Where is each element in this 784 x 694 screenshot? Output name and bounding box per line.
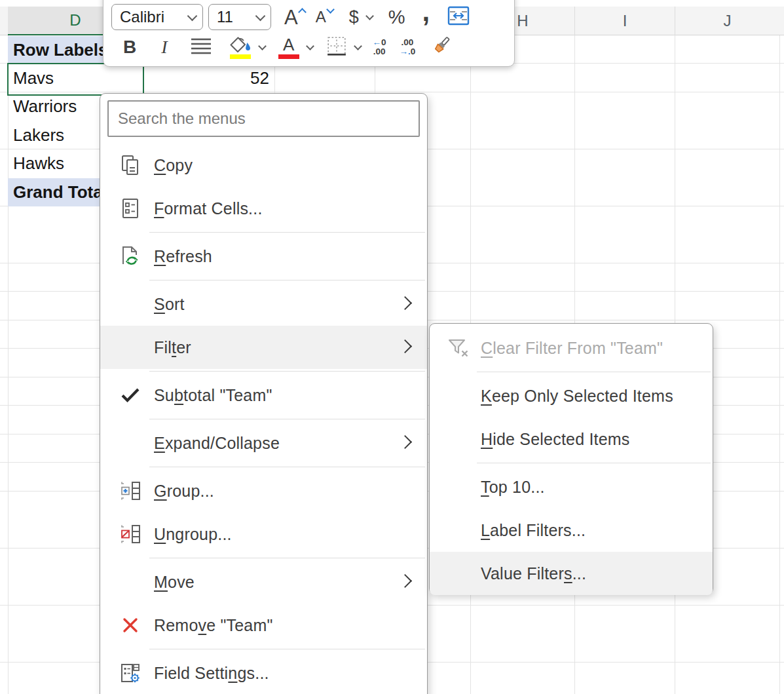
context-menu-items: CopyFormat Cells...RefreshSortFilterSubt…	[100, 144, 427, 694]
menu-item-format-cells[interactable]: Format Cells...	[100, 187, 427, 230]
check-icon	[107, 387, 154, 403]
chevron-down-icon	[187, 10, 198, 21]
menu-item-move[interactable]: Move	[100, 560, 427, 604]
menu-item-expand-collapse[interactable]: Expand/Collapse	[100, 421, 427, 465]
font-size-value: 11	[217, 8, 233, 26]
bold-icon: B	[123, 37, 136, 58]
menu-item-label: Keep Only Selected Items	[481, 387, 673, 406]
borders-icon	[326, 35, 347, 59]
column-header-i[interactable]: I	[574, 7, 675, 35]
menu-item-label: Remove "Team"	[154, 616, 273, 635]
merge-center-icon	[447, 6, 470, 28]
bold-button[interactable]: B	[123, 37, 136, 58]
menu-item-label: Top 10...	[481, 478, 545, 497]
fill-color-button[interactable]	[229, 36, 252, 59]
percent-icon: %	[388, 7, 405, 28]
format-painter-icon	[430, 35, 452, 60]
pivot-context-menu: CopyFormat Cells...RefreshSortFilterSubt…	[100, 93, 428, 694]
search-input[interactable]	[107, 100, 420, 137]
fill-color-swatch	[230, 54, 251, 59]
filter-submenu: Clear Filter From "Team"Keep Only Select…	[429, 323, 713, 594]
remove-icon	[107, 617, 154, 634]
menu-item-sort[interactable]: Sort	[100, 282, 427, 326]
menu-separator	[149, 558, 425, 558]
italic-button[interactable]: I	[161, 37, 167, 58]
refresh-icon	[107, 246, 154, 267]
font-name-select[interactable]: Calibri	[111, 4, 203, 30]
increase-decimal-icon: .00 →.0	[400, 38, 416, 56]
mini-toolbar-row-1: Calibri 11 A A $ % ,	[111, 2, 508, 32]
menu-item-label: Field Settings...	[154, 664, 269, 683]
increase-font-size-button[interactable]: A	[284, 7, 305, 28]
chevron-down-icon	[365, 12, 374, 20]
percent-style-button[interactable]: %	[388, 7, 405, 28]
menu-item-filter[interactable]: Filter	[100, 326, 427, 369]
menu-item-label: Value Filters...	[481, 564, 586, 583]
align-icon	[190, 37, 212, 58]
format-cells-icon	[107, 198, 154, 219]
italic-icon: I	[161, 37, 167, 58]
menu-item-label: Filter	[154, 338, 191, 357]
column-header-j[interactable]: J	[675, 7, 779, 35]
submenu-item-label-filters[interactable]: Label Filters...	[430, 509, 713, 552]
menu-separator	[149, 371, 425, 372]
menu-separator	[149, 649, 425, 649]
font-color-dropdown[interactable]	[307, 46, 313, 49]
menu-item-remove-team[interactable]: Remove "Team"	[100, 604, 427, 647]
filter-submenu-items: Clear Filter From "Team"Keep Only Select…	[430, 326, 713, 595]
points-value-cell[interactable]: 52	[143, 64, 272, 93]
mini-toolbar-row-2: B I A	[111, 32, 508, 62]
copy-icon	[107, 155, 154, 176]
menu-item-label: Expand/Collapse	[154, 434, 280, 453]
caret-down-icon	[326, 5, 335, 14]
menu-item-label: Hide Selected Items	[481, 430, 630, 449]
menu-separator	[149, 232, 425, 233]
menu-item-label: Ungroup...	[154, 525, 232, 544]
decrease-font-size-button[interactable]: A	[316, 9, 333, 26]
increase-decimal-button[interactable]: .00 →.0	[400, 38, 416, 56]
menu-item-field-settings[interactable]: Field Settings...	[100, 651, 427, 694]
format-painter-button[interactable]	[430, 35, 452, 60]
merge-center-button[interactable]	[447, 6, 470, 28]
font-color-button[interactable]: A	[278, 36, 299, 59]
menu-item-label: Copy	[154, 156, 193, 175]
decrease-font-icon: A	[316, 9, 326, 25]
chevron-right-icon	[398, 339, 412, 353]
submenu-item-clear-filter-from-team[interactable]: Clear Filter From "Team"	[430, 326, 713, 370]
menu-item-subtotal-team[interactable]: Subtotal "Team"	[100, 374, 427, 417]
chevron-down-icon	[306, 42, 314, 50]
dollar-icon: $	[349, 7, 359, 28]
menu-item-group[interactable]: Group...	[100, 469, 427, 512]
chevron-down-icon	[255, 10, 266, 21]
menu-separator	[149, 467, 425, 467]
menu-item-label: Format Cells...	[154, 199, 263, 218]
font-color-icon: A	[278, 36, 299, 59]
borders-button[interactable]	[326, 35, 347, 59]
menu-item-label: Move	[154, 573, 195, 592]
submenu-item-hide-selected-items[interactable]: Hide Selected Items	[430, 417, 713, 461]
menu-item-refresh[interactable]: Refresh	[100, 235, 427, 278]
menu-item-copy[interactable]: Copy	[100, 144, 427, 187]
submenu-item-keep-only-selected-items[interactable]: Keep Only Selected Items	[430, 374, 713, 417]
menu-separator	[477, 372, 711, 372]
font-size-select[interactable]: 11	[208, 4, 271, 30]
align-button[interactable]	[190, 37, 212, 58]
submenu-item-value-filters[interactable]: Value Filters...	[430, 552, 713, 595]
font-name-value: Calibri	[120, 8, 164, 26]
fill-color-icon	[229, 36, 252, 59]
decrease-decimal-button[interactable]: ←0 .00	[373, 38, 386, 56]
increase-font-icon: A	[284, 7, 298, 28]
borders-dropdown[interactable]	[355, 46, 361, 49]
menu-item-label: Subtotal "Team"	[154, 386, 272, 405]
menu-item-label: Sort	[154, 295, 185, 314]
group-icon	[107, 481, 154, 501]
menu-item-ungroup[interactable]: Ungroup...	[100, 512, 427, 556]
menu-item-label: Label Filters...	[481, 521, 586, 540]
excel-window: D H I J Row Labels MavsWarriorsLakersHaw…	[0, 0, 784, 694]
accounting-format-button[interactable]: $	[349, 7, 373, 28]
fill-color-dropdown[interactable]	[259, 46, 265, 49]
chevron-right-icon	[398, 435, 412, 449]
menu-separator	[149, 280, 425, 280]
submenu-item-top-10[interactable]: Top 10...	[430, 465, 713, 509]
chevron-down-icon	[258, 42, 267, 50]
